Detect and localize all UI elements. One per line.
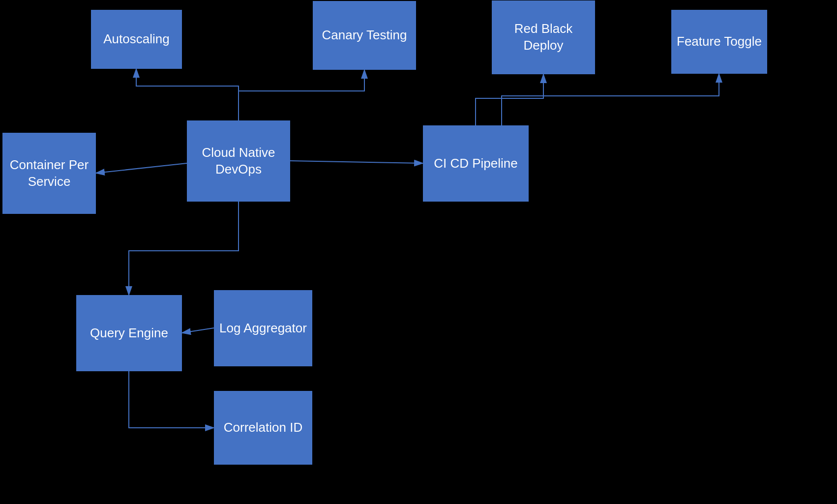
svg-line-3 <box>182 328 214 333</box>
canary-testing-node: Canary Testing <box>313 1 416 70</box>
container-per-service-node: Container Per Service <box>2 133 96 214</box>
svg-line-1 <box>290 161 423 163</box>
arrows-layer <box>0 0 837 504</box>
cloud-native-devops-node: Cloud Native DevOps <box>187 120 290 202</box>
svg-line-2 <box>96 163 187 173</box>
feature-toggle-node: Feature Toggle <box>671 10 767 74</box>
query-engine-node: Query Engine <box>76 295 182 371</box>
ci-cd-pipeline-node: CI CD Pipeline <box>423 125 529 202</box>
autoscaling-node: Autoscaling <box>91 10 182 69</box>
log-aggregator-node: Log Aggregator <box>214 290 312 366</box>
diagram-container: Autoscaling Canary Testing Red Black Dep… <box>0 0 837 504</box>
correlation-id-node: Correlation ID <box>214 391 312 465</box>
red-black-deploy-node: Red Black Deploy <box>492 0 595 74</box>
